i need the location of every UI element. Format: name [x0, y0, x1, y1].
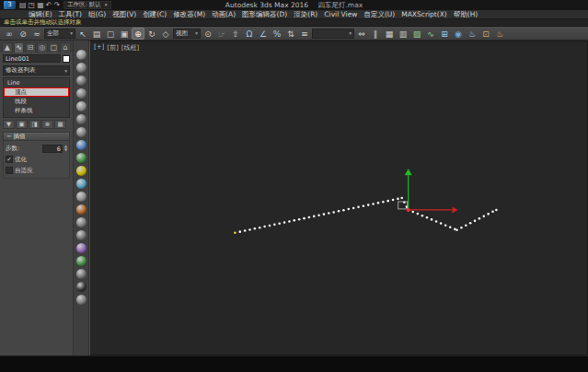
tab-utilities[interactable]: ⌂ [60, 42, 71, 52]
bind-to-space-warp-icon[interactable]: ≈ [30, 28, 43, 40]
vertical-tool-icon[interactable] [76, 217, 86, 227]
spline-vertex-dot [400, 197, 403, 200]
viewport-front[interactable]: [+][前][线框] [89, 41, 588, 355]
menu-animation[interactable]: 动画(A) [209, 10, 238, 19]
undo-icon[interactable]: ↶ [45, 1, 53, 10]
percent-snap-toggle-icon[interactable]: % [271, 28, 283, 40]
stack-row[interactable]: Line [4, 78, 69, 87]
snap-toggle-3d-icon[interactable]: Ω [243, 28, 256, 40]
remove-modifier-button[interactable]: ⊗ [41, 120, 53, 129]
show-end-result-button[interactable]: ▣ [16, 120, 28, 129]
menu-modifiers[interactable]: 修改器(M) [170, 10, 208, 19]
select-and-link-icon[interactable]: ∞ [3, 28, 16, 40]
named-selection-sets[interactable]: ▾ [312, 29, 354, 39]
workspace-dropdown[interactable]: 工作区: 默认 ▾ [63, 1, 111, 9]
toggle-ribbon-icon[interactable]: ▨ [410, 28, 423, 40]
viewport-menu-pov[interactable]: [前] [107, 43, 118, 52]
menu-rendering[interactable]: 渲染(R) [291, 10, 320, 19]
vertical-tool-icon[interactable] [76, 269, 86, 279]
checkbox[interactable] [6, 167, 13, 174]
app-logo-icon[interactable]: 3 [4, 1, 16, 9]
pin-stack-button[interactable]: ▼ [3, 120, 15, 129]
material-editor-icon[interactable]: ◉ [452, 28, 465, 40]
menu-group[interactable]: 组(G) [86, 10, 109, 19]
use-pivot-point-center-icon[interactable]: ⊙ [202, 28, 214, 40]
menu-create[interactable]: 创建(C) [140, 10, 169, 19]
vertical-tool-icon[interactable] [76, 166, 86, 176]
menu-graph-editors[interactable]: 图形编辑器(D) [239, 10, 290, 19]
toggle-layer-explorer-icon[interactable]: ▥ [397, 28, 409, 40]
vertical-tool-icon[interactable] [76, 295, 86, 305]
reference-coordinate-system[interactable]: 视图▾ [173, 29, 201, 39]
checkbox[interactable]: ✓ [6, 156, 13, 163]
mirror-icon[interactable]: ⇔ [355, 28, 368, 40]
select-object-icon[interactable]: ↖ [76, 28, 89, 40]
new-scene-icon[interactable]: ▤ [18, 1, 28, 10]
vertical-tool-icon[interactable] [76, 230, 86, 240]
make-unique-button[interactable]: ◨ [29, 120, 40, 129]
vertical-tool-icon[interactable] [76, 114, 86, 124]
rectangular-selection-region-icon[interactable]: ▢ [104, 28, 117, 40]
menu-customize[interactable]: 自定义(U) [361, 10, 398, 19]
tab-modify[interactable]: ∿ [14, 42, 25, 52]
keyboard-shortcut-override-icon[interactable]: ⇧ [229, 28, 242, 40]
tab-hierarchy[interactable]: ⊟ [25, 42, 36, 52]
select-by-name-icon[interactable]: ▤ [90, 28, 103, 40]
toggle-scene-explorer-icon[interactable]: ▦ [383, 28, 396, 40]
menu-views[interactable]: 视图(V) [110, 10, 139, 19]
tab-create[interactable]: ▲ [2, 42, 13, 52]
select-and-uniform-scale-icon[interactable]: ◇ [159, 28, 172, 40]
spinner-snap-toggle-icon[interactable]: ⇅ [284, 28, 297, 40]
viewport-menu-shading[interactable]: [线框] [121, 43, 139, 52]
select-and-move-icon[interactable]: ⊕ [132, 28, 144, 40]
tab-display[interactable]: ▢ [49, 42, 60, 52]
menu-help[interactable]: 帮助(H) [451, 10, 481, 19]
spinner-field[interactable]: 6 [42, 145, 63, 153]
vertical-tool-icon[interactable] [76, 63, 86, 73]
save-file-icon[interactable]: ▦ [36, 1, 45, 10]
curve-editor-icon[interactable]: ∿ [424, 28, 437, 40]
rollout-header[interactable]: − 插值 [3, 132, 70, 141]
stack-row[interactable]: 样条线 [4, 106, 69, 115]
schematic-view-icon[interactable]: ⊞ [438, 28, 451, 40]
render-setup-icon[interactable]: ♨ [466, 28, 478, 40]
viewport-menu-general[interactable]: [+] [94, 43, 104, 52]
render-production-icon[interactable]: ♨ [493, 28, 506, 40]
redo-icon[interactable]: ↷ [52, 1, 61, 10]
menu-edit[interactable]: 编辑(E) [26, 10, 55, 19]
vertical-tool-icon[interactable] [76, 179, 86, 189]
modifier-list-dropdown[interactable]: 修改器列表 ▾ [3, 65, 70, 76]
configure-modifier-sets-button[interactable]: ▦ [54, 120, 66, 129]
menu-maxscript[interactable]: MAXScript(X) [398, 10, 449, 18]
vertical-tool-icon[interactable] [76, 153, 86, 163]
vertical-tool-icon[interactable] [76, 282, 86, 292]
select-and-rotate-icon[interactable]: ↻ [145, 28, 158, 40]
object-name-field[interactable]: Line001 [3, 54, 61, 63]
stack-row[interactable]: 线段 [4, 97, 69, 106]
vertical-tool-icon[interactable] [76, 204, 86, 215]
vertical-tool-icon[interactable] [76, 50, 86, 60]
vertical-tool-icon[interactable] [76, 127, 86, 137]
align-icon[interactable]: ∥ [369, 28, 382, 40]
tab-motion[interactable]: ◎ [37, 42, 48, 52]
vertical-tool-icon[interactable] [76, 88, 86, 99]
vertical-tool-icon[interactable] [76, 243, 86, 253]
spinner-arrows[interactable]: ▲▼ [64, 145, 67, 152]
menu-tools[interactable]: 工具(T) [56, 10, 85, 19]
window-crossing-toggle-icon[interactable]: ▣ [118, 28, 131, 40]
rendered-frame-window-icon[interactable]: ⊡ [479, 28, 492, 40]
select-and-manipulate-icon[interactable]: ☞ [215, 28, 228, 40]
vertical-tool-icon[interactable] [76, 140, 86, 150]
menu-civil-view[interactable]: Civil View [321, 10, 360, 18]
angle-snap-toggle-icon[interactable]: ∠ [257, 28, 270, 40]
edit-named-selection-sets-icon[interactable]: ≡ [298, 28, 311, 40]
selection-filter-dropdown[interactable]: 全部▾ [44, 29, 75, 39]
vertical-tool-icon[interactable] [76, 76, 86, 86]
vertical-tool-icon[interactable] [76, 256, 86, 266]
stack-row[interactable]: 顶点 [4, 87, 69, 97]
object-color-swatch[interactable] [63, 55, 70, 63]
vertical-tool-icon[interactable] [76, 101, 86, 111]
unlink-selection-icon[interactable]: ⊘ [17, 28, 29, 40]
open-file-icon[interactable]: ◳ [28, 1, 37, 10]
vertical-tool-icon[interactable] [76, 192, 86, 202]
